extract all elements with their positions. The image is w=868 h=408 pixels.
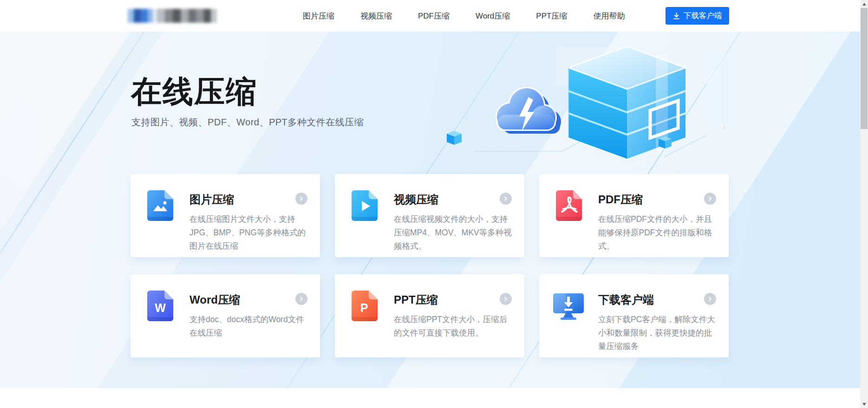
image-file-icon — [147, 190, 173, 223]
scroll-down-arrow[interactable] — [860, 400, 868, 408]
svg-text:W: W — [155, 301, 166, 314]
logo-pixel — [153, 9, 157, 23]
card-body: 下载客户端 立刻下载PC客户端，解除文件大小和数量限制，获得更快捷的批量压缩服务 — [598, 293, 717, 353]
chevron-right-icon[interactable] — [500, 193, 512, 205]
card-title: 图片压缩 — [189, 193, 308, 207]
card-word-compress[interactable]: W Word压缩 支持doc、docx格式的Word文件在线压缩 — [131, 274, 320, 357]
triangle-up-icon — [862, 3, 866, 6]
card-description: 在线压缩视频文件的大小，支持压缩MP4、MOV、MKV等多种视频格式。 — [394, 213, 512, 253]
logo-pixel — [211, 9, 217, 23]
download-client-button[interactable]: 下载客户端 — [666, 7, 729, 25]
logo-pixel — [181, 9, 189, 23]
logo-pixel — [134, 9, 141, 23]
logo-pixel — [148, 9, 153, 23]
logo-blurred[interactable] — [128, 7, 217, 25]
nav-item-image-compress[interactable]: 图片压缩 — [303, 11, 334, 21]
chevron-right-icon[interactable] — [704, 293, 716, 305]
vertical-scrollbar[interactable] — [860, 0, 868, 408]
hero-section: 在线压缩 支持图片、视频、PDF、Word、PPT多种文件在线压缩 — [0, 32, 860, 388]
card-image-compress[interactable]: 图片压缩 在线压缩图片文件大小，支持JPG、BMP、PNG等多种格式的图片在线压… — [131, 174, 320, 257]
triangle-down-icon — [862, 403, 866, 406]
card-title: 下载客户端 — [598, 293, 717, 307]
card-title: Word压缩 — [189, 293, 308, 307]
logo-pixel — [204, 9, 211, 23]
logo-pixel — [141, 9, 148, 23]
scroll-up-arrow[interactable] — [860, 0, 868, 8]
card-video-compress[interactable]: 视频压缩 在线压缩视频文件的大小，支持压缩MP4、MOV、MKV等多种视频格式。 — [335, 174, 524, 257]
chevron-right-icon[interactable] — [295, 293, 307, 305]
card-download-client[interactable]: 下载客户端 立刻下载PC客户端，解除文件大小和数量限制，获得更快捷的批量压缩服务 — [539, 274, 729, 357]
logo-pixel — [128, 9, 134, 23]
card-body: 图片压缩 在线压缩图片文件大小，支持JPG、BMP、PNG等多种格式的图片在线压… — [189, 193, 308, 253]
logo-pixel — [173, 9, 181, 23]
logo-pixel — [196, 9, 204, 23]
bg-stripe — [0, 32, 40, 388]
chevron-right-icon[interactable] — [704, 193, 716, 205]
hero-illustration — [446, 40, 743, 168]
feature-cards: 图片压缩 在线压缩图片文件大小，支持JPG、BMP、PNG等多种格式的图片在线压… — [131, 174, 729, 357]
card-title: PPT压缩 — [394, 293, 512, 307]
page-title: 在线压缩 — [131, 74, 257, 109]
nav-item-help[interactable]: 使用帮助 — [593, 11, 625, 21]
chevron-right-icon[interactable] — [295, 193, 307, 205]
download-icon — [673, 13, 680, 19]
logo-pixel — [165, 9, 173, 23]
pdf-file-icon — [556, 190, 582, 223]
ppt-file-icon: P — [352, 291, 378, 323]
download-client-icon — [553, 291, 584, 322]
card-pdf-compress[interactable]: PDF压缩 在线压缩PDF文件的大小，并且能够保持原PDF文件的排版和格式。 — [539, 174, 729, 257]
card-title: 视频压缩 — [394, 193, 512, 207]
card-description: 在线压缩图片文件大小，支持JPG、BMP、PNG等多种格式的图片在线压缩 — [189, 213, 308, 253]
card-body: 视频压缩 在线压缩视频文件的大小，支持压缩MP4、MOV、MKV等多种视频格式。 — [394, 193, 512, 253]
header: 图片压缩 视频压缩 PDF压缩 Word压缩 PPT压缩 使用帮助 下载客户端 — [0, 0, 860, 32]
logo-pixel — [157, 9, 165, 23]
video-file-icon — [352, 190, 378, 223]
download-button-label: 下载客户端 — [684, 11, 722, 21]
card-description: 在线压缩PPT文件大小，压缩后的文件可直接下载使用。 — [394, 313, 512, 340]
page: 图片压缩 视频压缩 PDF压缩 Word压缩 PPT压缩 使用帮助 下载客户端 — [0, 0, 868, 408]
card-description: 支持doc、docx格式的Word文件在线压缩 — [189, 313, 308, 340]
nav-item-video-compress[interactable]: 视频压缩 — [360, 11, 392, 21]
main-nav: 图片压缩 视频压缩 PDF压缩 Word压缩 PPT压缩 使用帮助 — [303, 0, 625, 32]
nav-item-pdf-compress[interactable]: PDF压缩 — [418, 11, 450, 21]
nav-item-ppt-compress[interactable]: PPT压缩 — [536, 11, 567, 21]
footer — [0, 388, 860, 408]
scrollbar-thumb[interactable] — [861, 8, 868, 129]
card-title: PDF压缩 — [598, 193, 717, 207]
card-description: 立刻下载PC客户端，解除文件大小和数量限制，获得更快捷的批量压缩服务 — [598, 313, 717, 353]
page-subtitle: 支持图片、视频、PDF、Word、PPT多种文件在线压缩 — [131, 116, 364, 129]
chevron-right-icon[interactable] — [500, 293, 512, 305]
logo-pixel — [189, 9, 196, 23]
card-description: 在线压缩PDF文件的大小，并且能够保持原PDF文件的排版和格式。 — [598, 213, 717, 253]
card-body: Word压缩 支持doc、docx格式的Word文件在线压缩 — [189, 293, 308, 340]
word-file-icon: W — [147, 291, 173, 323]
card-body: PDF压缩 在线压缩PDF文件的大小，并且能够保持原PDF文件的排版和格式。 — [598, 193, 717, 253]
card-ppt-compress[interactable]: P PPT压缩 在线压缩PPT文件大小，压缩后的文件可直接下载使用。 — [335, 274, 524, 357]
card-body: PPT压缩 在线压缩PPT文件大小，压缩后的文件可直接下载使用。 — [394, 293, 512, 340]
nav-item-word-compress[interactable]: Word压缩 — [476, 11, 510, 21]
page-content: 图片压缩 视频压缩 PDF压缩 Word压缩 PPT压缩 使用帮助 下载客户端 — [0, 0, 860, 408]
svg-text:P: P — [360, 301, 368, 314]
